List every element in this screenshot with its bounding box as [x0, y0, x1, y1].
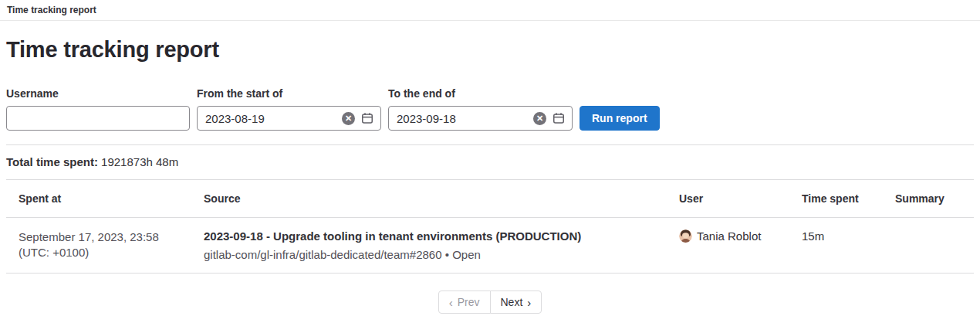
chevron-left-icon: ‹ — [449, 297, 453, 308]
table-row: September 17, 2023, 23:58 (UTC: +0100) 2… — [6, 218, 974, 274]
spent-at-date: September 17, 2023, 23:58 — [19, 229, 179, 245]
username-label: Username — [6, 87, 190, 100]
to-date-input[interactable] — [397, 112, 527, 125]
column-header-source: Source — [191, 180, 667, 218]
avatar — [679, 229, 692, 243]
calendar-icon[interactable] — [361, 112, 373, 124]
user-cell: Tania Roblot — [667, 218, 789, 274]
source-cell: 2023-09-18 - Upgrade tooling in tenant e… — [191, 218, 667, 274]
source-reference: gitlab-com/gl-infra/gitlab-dedicated/tea… — [204, 248, 442, 261]
chevron-right-icon: › — [527, 297, 531, 308]
table-header-row: Spent at Source User Time spent Summary — [6, 180, 974, 218]
username-input[interactable] — [6, 106, 190, 131]
run-report-button[interactable]: Run report — [580, 106, 660, 131]
next-page-label: Next — [501, 296, 523, 308]
total-time-spent: Total time spent: 1921873h 48m — [6, 145, 974, 179]
report-filter-form: Username From the start of ✕ To the — [6, 87, 974, 131]
source-status: Open — [452, 248, 481, 261]
to-date-field[interactable]: ✕ — [388, 106, 573, 131]
column-header-time-spent: Time spent — [789, 180, 883, 218]
source-issue-link[interactable]: 2023-09-18 - Upgrade tooling in tenant e… — [204, 229, 581, 244]
spent-at-timezone: (UTC: +0100) — [19, 245, 179, 260]
pagination: ‹ Prev Next › — [6, 291, 974, 314]
total-time-spent-label: Total time spent: — [6, 155, 98, 168]
clear-icon[interactable]: ✕ — [533, 112, 546, 125]
bullet-separator: • — [445, 248, 449, 261]
prev-page-button[interactable]: ‹ Prev — [438, 291, 491, 314]
column-header-spent-at: Spent at — [6, 180, 191, 218]
clear-icon[interactable]: ✕ — [342, 112, 355, 125]
prev-page-label: Prev — [458, 296, 480, 308]
to-date-label: To the end of — [388, 87, 573, 100]
column-header-user: User — [667, 180, 789, 218]
username-group: Username — [6, 87, 190, 131]
from-date-label: From the start of — [197, 87, 381, 100]
spent-at-cell: September 17, 2023, 23:58 (UTC: +0100) — [6, 218, 191, 274]
next-page-button[interactable]: Next › — [490, 291, 542, 314]
user-name: Tania Roblot — [697, 229, 761, 243]
main-content: Time tracking report Username From the s… — [0, 36, 980, 314]
breadcrumb: Time tracking report — [0, 0, 980, 21]
summary-cell — [883, 218, 974, 274]
calendar-icon[interactable] — [553, 112, 565, 124]
time-tracking-table: Spent at Source User Time spent Summary … — [6, 179, 974, 274]
column-header-summary: Summary — [883, 180, 974, 218]
from-date-field[interactable]: ✕ — [197, 106, 381, 131]
from-date-input[interactable] — [205, 112, 336, 125]
page-title: Time tracking report — [6, 36, 974, 63]
source-reference-line: gitlab-com/gl-infra/gitlab-dedicated/tea… — [204, 247, 654, 263]
time-spent-cell: 15m — [789, 218, 883, 274]
to-date-group: To the end of ✕ — [388, 87, 573, 131]
from-date-group: From the start of ✕ — [197, 87, 381, 131]
total-time-spent-value: 1921873h 48m — [101, 155, 178, 168]
breadcrumb-item-time-tracking-report[interactable]: Time tracking report — [7, 5, 96, 15]
